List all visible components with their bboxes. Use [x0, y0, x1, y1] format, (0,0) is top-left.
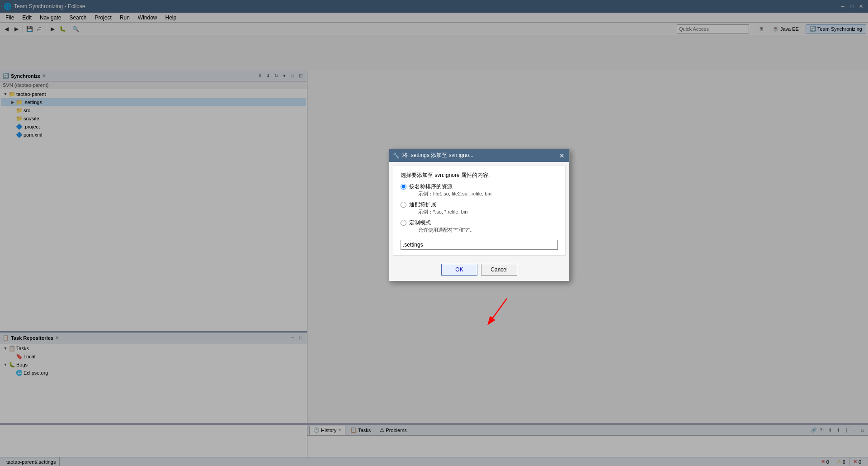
radio-custom-label: 定制模式	[409, 219, 475, 227]
dialog-input-field[interactable]	[401, 240, 558, 250]
radio-wildcard[interactable]: 通配符扩展 示例：*.so, *.rcfile, bin	[401, 201, 558, 217]
svg-line-1	[489, 299, 507, 323]
radio-custom-example: 允许使用通配符"*"和"?"。	[418, 227, 475, 233]
radio-wildcard-label: 通配符扩展	[409, 201, 467, 209]
radio-by-name-label: 按名称排序的资源	[409, 183, 491, 190]
radio-by-name-example: 示例：file1.so, file2.so, .rcfile, bin	[418, 190, 491, 197]
radio-by-name[interactable]: 按名称排序的资源 示例：file1.so, file2.so, .rcfile,…	[401, 183, 558, 199]
arrow-svg	[471, 294, 516, 330]
dialog-content: 选择要添加至 svn:ignore 属性的内容: 按名称排序的资源 示例：fil…	[393, 166, 566, 256]
radio-wildcard-input[interactable]	[401, 202, 406, 208]
dialog-cancel-button[interactable]: Cancel	[481, 264, 517, 276]
radio-custom[interactable]: 定制模式 允许使用通配符"*"和"?"。	[401, 219, 558, 235]
modal-overlay: 🔧 将 .settings 添加至 svn:igno... ✕ 选择要添加至 s…	[0, 0, 868, 466]
radio-by-name-input[interactable]	[401, 184, 406, 190]
dialog-title-text: 将 .settings 添加至 svn:igno...	[402, 152, 473, 159]
red-arrow-annotation	[471, 294, 516, 332]
radio-custom-input[interactable]	[401, 220, 406, 226]
dialog: 🔧 将 .settings 添加至 svn:igno... ✕ 选择要添加至 s…	[389, 149, 570, 281]
dialog-ok-button[interactable]: OK	[441, 264, 477, 276]
dialog-title-left: 🔧 将 .settings 添加至 svn:igno...	[393, 152, 473, 159]
dialog-title-bar: 🔧 将 .settings 添加至 svn:igno... ✕	[389, 149, 569, 162]
dialog-intro-label: 选择要添加至 svn:ignore 属性的内容:	[401, 171, 558, 179]
dialog-icon: 🔧	[393, 152, 400, 159]
dialog-buttons: OK Cancel	[389, 259, 569, 281]
dialog-close-button[interactable]: ✕	[558, 152, 566, 159]
radio-wildcard-example: 示例：*.so, *.rcfile, bin	[418, 209, 467, 215]
